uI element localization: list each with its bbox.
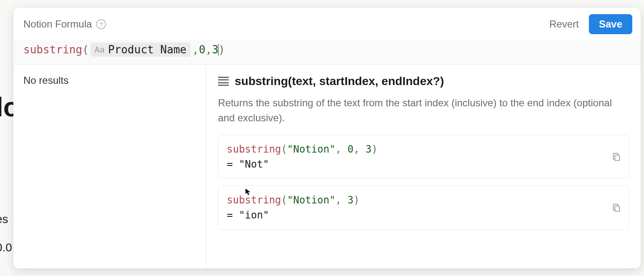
documentation-panel: substring(text, startIndex, endIndex?) R… xyxy=(206,65,641,268)
text-lines-icon xyxy=(218,77,229,86)
example-token-paren: ) xyxy=(372,143,378,155)
formula-token-paren: ( xyxy=(82,43,89,56)
property-chip-label: Product Name xyxy=(108,43,187,56)
text-property-icon: Aa xyxy=(95,45,105,55)
suggestions-panel: No results xyxy=(13,65,206,268)
svg-rect-1 xyxy=(615,206,619,211)
example-token-num: 3 xyxy=(365,143,371,155)
formula-token-comma: , xyxy=(205,43,212,56)
example-token-paren: ( xyxy=(281,143,287,155)
example-token-comma: , xyxy=(353,143,365,155)
copy-icon[interactable] xyxy=(612,203,621,213)
property-chip[interactable]: Aa Product Name xyxy=(91,43,191,57)
formula-editor-modal: Notion Formula ? Revert Save substring( … xyxy=(13,8,641,268)
formula-token-comma: , xyxy=(192,43,199,56)
example-token-num: 3 xyxy=(347,194,353,206)
save-button[interactable]: Save xyxy=(589,14,632,34)
copy-icon[interactable] xyxy=(612,152,621,162)
example-token-num: 0 xyxy=(347,143,353,155)
example-token-str: "Notion" xyxy=(287,143,336,155)
formula-token-paren: ) xyxy=(218,43,225,56)
doc-header: substring(text, startIndex, endIndex?) xyxy=(218,75,629,88)
example-token-paren: ( xyxy=(281,194,287,206)
formula-token-num: 3 xyxy=(212,43,218,56)
modal-title: Notion Formula xyxy=(23,18,92,30)
example-token-fn: substring xyxy=(227,143,281,155)
formula-token-fn: substring xyxy=(23,43,82,56)
example-token-paren: ) xyxy=(353,194,359,206)
modal-body: No results substring(text, startIndex, e… xyxy=(13,65,641,268)
revert-button[interactable]: Revert xyxy=(543,15,585,33)
formula-token-num: 0 xyxy=(199,43,205,56)
help-icon[interactable]: ? xyxy=(96,19,106,29)
no-results-label: No results xyxy=(23,75,196,86)
formula-input[interactable]: substring( Aa Product Name ,0,3) xyxy=(13,40,641,65)
doc-signature: substring(text, startIndex, endIndex?) xyxy=(235,75,444,88)
example-card: substring("Notion", 0, 3) = "Not" xyxy=(218,135,629,179)
example-token-fn: substring xyxy=(227,194,281,206)
example-result: = "ion" xyxy=(227,208,620,223)
example-token-comma: , xyxy=(335,143,347,155)
bg-text-fragment: es xyxy=(0,213,8,226)
example-card: substring("Notion", 3) = "ion" xyxy=(218,186,629,230)
doc-description: Returns the substring of the text from t… xyxy=(218,95,629,125)
svg-rect-0 xyxy=(615,155,619,161)
bg-text-fragment: 0.0 xyxy=(0,241,12,254)
example-token-comma: , xyxy=(335,194,347,206)
example-code: substring("Notion", 3) xyxy=(227,193,620,208)
modal-header: Notion Formula ? Revert Save xyxy=(13,8,641,40)
example-token-str: "Notion" xyxy=(287,194,336,206)
example-result: = "Not" xyxy=(227,157,620,172)
example-code: substring("Notion", 0, 3) xyxy=(227,142,620,157)
